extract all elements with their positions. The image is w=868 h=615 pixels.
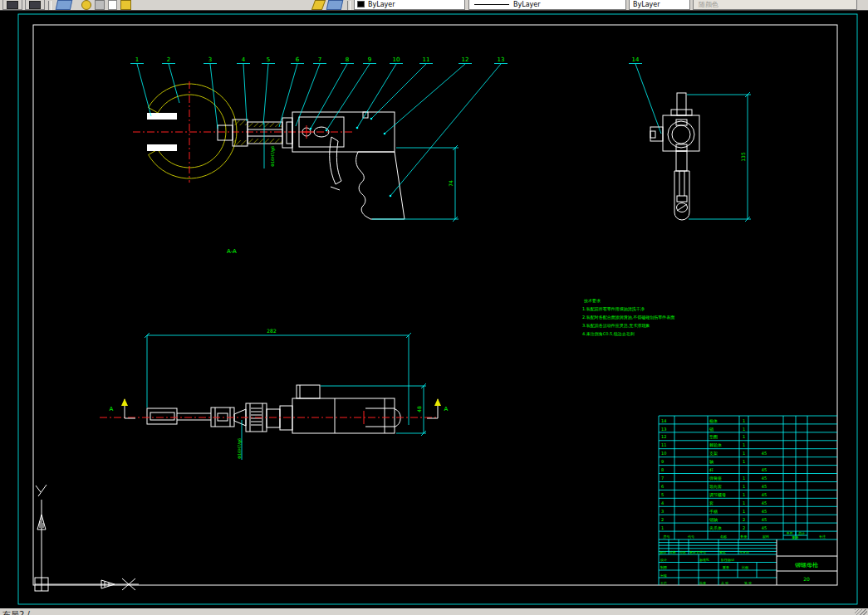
cell-no: 9: [661, 459, 664, 464]
svg-text:处数: 处数: [669, 550, 676, 554]
upper-jaw: [147, 113, 177, 120]
cell-material: 45: [762, 451, 767, 456]
cell-no: 13: [661, 427, 666, 432]
make-layer-current-icon[interactable]: [311, 0, 326, 10]
cell-name: 棘轮体: [709, 442, 722, 448]
linetype-value: ByLayer: [513, 1, 541, 8]
display-icon: [29, 1, 41, 9]
cell-name: 轴: [709, 459, 714, 465]
color-combobox[interactable]: ByLayer: [354, 0, 465, 10]
cell-name: 销轴: [709, 517, 718, 523]
callout-number: 12: [462, 56, 469, 63]
svg-text:数量: 数量: [741, 534, 748, 539]
layer-freeze-icon[interactable]: [95, 0, 105, 10]
svg-text:审核: 审核: [660, 574, 667, 578]
layer-color-icon[interactable]: [81, 0, 91, 10]
linetype-preview-icon: [474, 4, 509, 5]
cell-no: 1: [661, 525, 664, 530]
cell-name: 导向套: [709, 484, 722, 489]
cell-qty: 1: [743, 492, 745, 497]
svg-text:48: 48: [416, 406, 422, 412]
resize-grip-icon[interactable]: [855, 609, 867, 615]
notes-title: 技术要求: [584, 298, 601, 304]
svg-text:A: A: [444, 406, 449, 412]
plotstyle-value: 随颜色: [699, 0, 718, 9]
cell-qty: 1: [743, 451, 745, 456]
linetype-combobox[interactable]: ByLayer: [468, 0, 626, 10]
svg-text:名称: 名称: [720, 534, 727, 539]
toolbar-button-2[interactable]: [25, 0, 45, 10]
cell-qty: 1: [743, 509, 745, 514]
callout-number: 11: [423, 56, 430, 63]
cell-no: 12: [661, 434, 666, 439]
drawing-sheet-number: 20: [803, 576, 810, 582]
section-label: A-A: [227, 248, 237, 255]
svg-text:A: A: [110, 406, 114, 412]
svg-text:备注: 备注: [819, 534, 826, 539]
callout-number: 2: [167, 56, 170, 63]
svg-text:批准: 批准: [699, 581, 706, 585]
callout-number: 1: [135, 56, 139, 63]
cell-qty: 1: [743, 476, 745, 481]
cell-name: 垫圈: [709, 434, 718, 439]
layer-previous-icon[interactable]: [326, 0, 344, 10]
cell-no: 8: [661, 467, 664, 472]
cell-material: 45: [762, 467, 767, 472]
svg-text:设计: 设计: [660, 558, 667, 562]
cell-qty: 1: [743, 427, 745, 432]
cell-material: 45: [762, 509, 767, 514]
callout-number: 10: [393, 56, 400, 63]
svg-text:签名: 签名: [719, 550, 726, 554]
cell-no: 10: [661, 451, 666, 456]
cell-name: 弹簧座: [709, 476, 722, 481]
cad-canvas[interactable]: 74 Φ16H7/g6 1 2 3 4: [0, 0, 868, 615]
cell-no: 11: [661, 442, 666, 447]
cell-name: 套: [709, 500, 714, 505]
layer-on-icon[interactable]: [120, 0, 131, 10]
cell-name: 调节螺母: [709, 492, 726, 498]
cell-qty: 1: [743, 484, 745, 489]
color-chip-icon: [357, 1, 365, 7]
cell-material: 45: [762, 500, 767, 505]
layout-tab[interactable]: 布局2 /: [2, 609, 30, 615]
callout-number: 3: [208, 56, 212, 63]
lineweight-combobox[interactable]: ByLayer: [629, 0, 690, 10]
cell-no: 14: [661, 418, 666, 423]
cell-qty: 2: [743, 517, 745, 522]
toolbar-button-1[interactable]: [2, 0, 22, 10]
notes-line: 2.装配时各配合面涂润滑油,不得磕碰划伤零件表面: [582, 315, 674, 320]
lineweight-value: ByLayer: [633, 1, 660, 8]
svg-text:Φ16H7/g6: Φ16H7/g6: [237, 438, 243, 459]
svg-text:代号: 代号: [687, 534, 694, 539]
cell-name: 枪体: [709, 418, 718, 424]
cell-no: 6: [661, 484, 664, 489]
svg-text:Φ16H7/g6: Φ16H7/g6: [270, 146, 276, 167]
cell-qty: 1: [743, 500, 745, 505]
cell-qty: 1: [743, 459, 745, 464]
lower-jaw: [147, 144, 177, 151]
plotstyle-combobox[interactable]: 随颜色: [693, 0, 857, 10]
layers-icon[interactable]: [56, 0, 73, 10]
cell-no: 4: [661, 500, 664, 505]
cell-name: 手柄: [709, 509, 718, 515]
cell-qty: 2: [743, 525, 745, 530]
layer-state-icon[interactable]: [108, 0, 117, 10]
cell-material: 45: [762, 517, 767, 522]
callout-number: 6: [296, 56, 300, 63]
cell-material: 45: [762, 484, 767, 489]
color-value: ByLayer: [368, 1, 395, 8]
callout-number: 9: [368, 56, 371, 63]
cell-qty: 1: [743, 434, 745, 439]
cad-application-window: ByLayer ByLayer ByLayer 随颜色: [0, 0, 868, 615]
svg-text:工艺: 工艺: [660, 581, 667, 585]
svg-text:重量: 重量: [722, 565, 729, 569]
svg-text:135: 135: [740, 152, 746, 162]
cell-no: 5: [661, 492, 664, 497]
paper-space-background: [0, 10, 868, 609]
svg-text:282: 282: [267, 328, 277, 334]
svg-text:共 张: 共 张: [721, 581, 728, 585]
toolbar-separator: [48, 1, 51, 10]
toolbar-separator: [347, 1, 351, 10]
svg-text:74: 74: [448, 180, 454, 187]
statusbar: 布局2 /: [0, 608, 868, 615]
